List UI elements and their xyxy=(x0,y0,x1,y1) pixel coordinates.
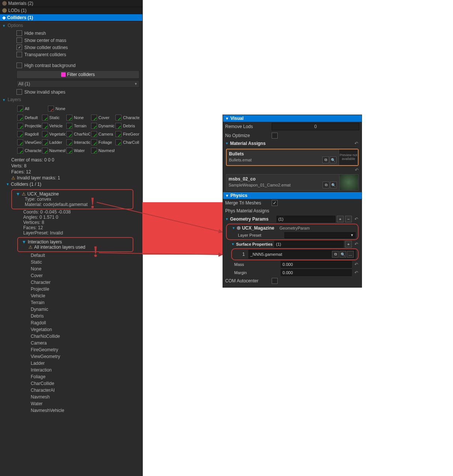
chevron-down-icon[interactable]: ▼ xyxy=(225,217,229,221)
add-button[interactable]: + xyxy=(337,216,344,222)
margin-label: Margin xyxy=(234,270,279,275)
surf1-file-field[interactable]: _NNN5.gamemat ⧉ 🔍 … xyxy=(248,250,356,259)
undo-icon[interactable]: ↶ xyxy=(355,167,359,173)
com-autocenter-checkbox[interactable] xyxy=(272,278,278,284)
svg-line-1 xyxy=(99,253,223,255)
mass-value: 0.000 xyxy=(283,262,293,267)
add-button[interactable]: + xyxy=(345,241,352,248)
msbs-name-label: msbs_02_co xyxy=(229,176,337,182)
msbs-material-row: msbs_02_co SampleWeapon_01_Camo2.emat ⧉ … xyxy=(226,174,359,191)
material-assigns-label: Material Assigns xyxy=(230,141,352,146)
undo-icon[interactable]: ↶ xyxy=(353,242,359,247)
search-icon[interactable]: 🔍 xyxy=(330,157,336,163)
search-icon[interactable]: 🔍 xyxy=(330,182,337,188)
mass-label: Mass xyxy=(234,262,279,267)
surface-props-label: Surface Properties xyxy=(236,242,273,246)
open-icon[interactable]: ⧉ xyxy=(322,157,329,163)
chevron-down-icon[interactable]: ▼ xyxy=(231,242,235,246)
right-panel: ▼ Visual Remove Lods 0 No Optimize ▼ Mat… xyxy=(223,115,362,288)
undo-icon[interactable]: ↶ xyxy=(353,270,359,275)
physics-title: Physics xyxy=(230,193,247,198)
open-icon[interactable]: ⧉ xyxy=(332,251,339,258)
bullets-material-row: Bullets Bullets.emat ⧉ 🔍 Preview not ava… xyxy=(226,149,359,166)
undo-icon[interactable]: ↶ xyxy=(353,262,359,267)
surf-count-value: (1) xyxy=(276,242,281,246)
remove-lods-field[interactable]: 0 xyxy=(272,123,359,130)
margin-field[interactable]: 0.000 xyxy=(281,269,352,276)
margin-value: 0.000 xyxy=(283,270,293,275)
surface-prop-highlight: 1 _NNN5.gamemat ⧉ 🔍 … xyxy=(231,248,359,260)
phys-mat-assigns-label: Phys Material Assigns xyxy=(225,208,359,213)
bullets-preview: Preview not available xyxy=(339,149,358,165)
chevron-down-icon: ▼ xyxy=(225,116,229,121)
chevron-down-icon[interactable]: ▼ xyxy=(232,226,235,230)
undo-icon[interactable]: ↶ xyxy=(353,141,359,146)
chevron-down-icon: ▼ xyxy=(225,194,229,198)
com-autocenter-label: COM Autocenter xyxy=(225,278,270,284)
physics-section-header[interactable]: ▼ Physics xyxy=(223,192,362,199)
mass-field[interactable]: 0.000 xyxy=(281,261,352,268)
undo-icon[interactable]: ↶ xyxy=(353,216,359,222)
remove-lods-label: Remove Lods xyxy=(225,124,270,129)
ucx-geometry-highlight: ▼ UCX_Magazine GeometryParam Layer Prese… xyxy=(226,224,359,240)
bullets-name-label: Bullets xyxy=(229,151,336,157)
more-icon[interactable]: … xyxy=(347,251,354,258)
chevron-down-icon[interactable]: ▼ xyxy=(225,142,229,145)
no-optimize-checkbox[interactable] xyxy=(272,133,278,139)
msbs-file-field[interactable]: SampleWeapon_01_Camo2.emat xyxy=(229,183,291,187)
ucx-type-label: GeometryParam xyxy=(276,226,356,230)
merge-tri-checkbox[interactable]: ✓ xyxy=(272,200,278,206)
open-icon[interactable]: ⧉ xyxy=(323,182,329,188)
gp-count-field: (1) xyxy=(277,216,335,222)
surface-count-field: (1) xyxy=(274,241,344,248)
no-optimize-label: No Optimize xyxy=(225,133,270,138)
bullets-file-field[interactable]: Bullets.emat xyxy=(229,158,252,162)
msbs-preview xyxy=(339,175,358,190)
node-icon xyxy=(237,226,241,230)
geometry-params-label: Geometry Params xyxy=(230,216,275,222)
ucx-name-label: UCX_Magazine xyxy=(242,225,274,231)
layer-preset-label: Layer Preset xyxy=(238,233,283,237)
search-icon[interactable]: 🔍 xyxy=(339,251,346,258)
remove-button[interactable]: − xyxy=(345,216,352,222)
surf1-file-value: _NNN5.gamemat xyxy=(250,252,282,257)
svg-line-0 xyxy=(97,202,223,232)
visual-section-header[interactable]: ▼ Visual xyxy=(223,115,362,122)
layer-preset-dropdown[interactable]: ▼ xyxy=(284,232,356,238)
surf1-index-label: 1 xyxy=(240,252,247,257)
merge-tri-label: Merge Tri Meshes xyxy=(225,200,270,206)
gp-count-value: (1) xyxy=(278,217,283,221)
remove-lods-value: 0 xyxy=(314,124,317,129)
visual-title: Visual xyxy=(230,116,244,121)
